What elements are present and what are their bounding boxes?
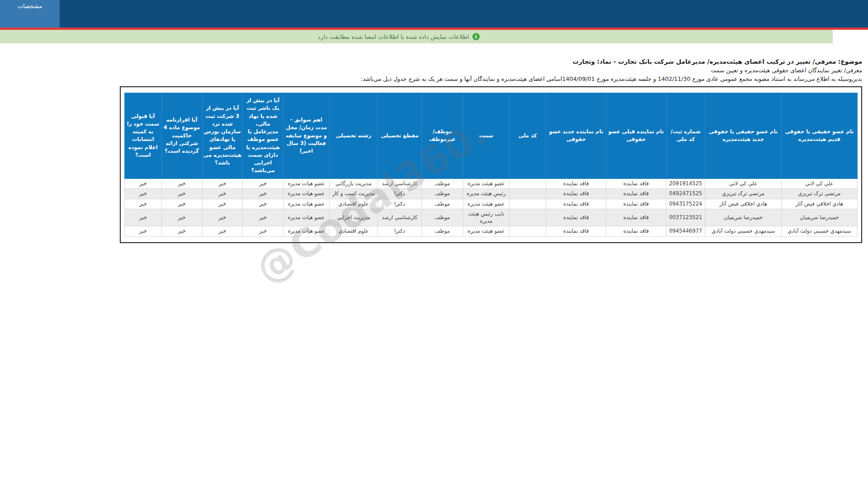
table-cell: فاقد نماینده xyxy=(546,226,606,237)
table-cell: خیر xyxy=(202,178,243,189)
table-cell: دکترا xyxy=(378,226,422,237)
top-navigation-bar: مشخصات xyxy=(0,0,868,28)
table-cell: خیر xyxy=(243,199,283,209)
table-cell xyxy=(509,178,546,189)
table-cell: مرتضي ترک تبریزي xyxy=(705,189,781,199)
board-members-table: نام عضو حقیقی یا حقوقی قدیم هیئت‌مدیرهنا… xyxy=(124,93,858,237)
table-cell: عضو هیات مدیره xyxy=(283,189,330,199)
column-header-8: مقطع تحصیلی xyxy=(378,93,422,179)
report-subject: موضوع: معرفی/ تغییر در ترکیب اعضای هیئت‌… xyxy=(120,58,862,65)
column-header-7: موظف/ غیرموظف xyxy=(422,93,463,179)
board-members-table-frame: نام عضو حقیقی یا حقوقی قدیم هیئت‌مدیرهنا… xyxy=(120,86,862,243)
table-cell: موظف xyxy=(422,209,463,226)
column-header-5: کد ملی xyxy=(509,93,546,179)
table-cell: خیر xyxy=(243,209,283,226)
column-header-1: نام عضو حقیقی یا حقوقی جدید هیئت‌مدیره xyxy=(705,93,781,179)
table-cell: خیر xyxy=(202,199,243,209)
table-cell: علوم اقتصادي xyxy=(330,199,378,209)
table-cell: مدیریت بازرگاني xyxy=(330,178,378,189)
table-cell: 0945446977 xyxy=(666,226,705,237)
table-cell: موظف xyxy=(422,199,463,209)
report-description: بدین‌وسیله به اطلاع می‌رساند به استناد م… xyxy=(120,75,862,82)
tab-specifications-label: مشخصات xyxy=(18,3,42,9)
table-cell: سیدمهدي حسیني دولت آبادي xyxy=(705,226,781,237)
column-header-10: اهم سوابق - مدت زمان/ محل و موضوع سابقه … xyxy=(283,93,330,179)
table-cell: خیر xyxy=(202,209,243,226)
table-body: علي کي لانيعلي کي لاني2091914525فاقد نما… xyxy=(125,178,858,236)
column-header-14: آیا قبولی سمت خود را به کمیته انتصابات ا… xyxy=(125,93,162,179)
table-cell: موظف xyxy=(422,226,463,237)
signed-info-notice-bar: i اطلاعات نمایش داده شده با اطلاعات امضا… xyxy=(0,30,833,43)
table-cell: فاقد نماینده xyxy=(546,199,606,209)
table-cell: دکترا xyxy=(378,199,422,209)
column-header-13: آیا اقرارنامه موضوع ماده 4 حاکمیت شرکتی … xyxy=(161,93,202,179)
table-cell: خیر xyxy=(161,226,202,237)
table-cell: فاقد نماینده xyxy=(606,226,666,237)
table-cell: هادي اخلاقي فیض آثار xyxy=(705,199,781,209)
table-cell: مدیریت کسب و کار xyxy=(330,189,378,199)
table-cell: خیر xyxy=(125,189,162,199)
column-header-9: رشته تحصیلی xyxy=(330,93,378,179)
table-row: هادي اخلاقي فیض آثارهادي اخلاقي فیض آثار… xyxy=(125,199,858,209)
table-cell: حمیدرضا شریفیان xyxy=(781,209,857,226)
table-cell: کارشناسي ارشد xyxy=(378,209,422,226)
report-subtitle: معرفی/ تغییر نمایندگان اعضای حقوقی هیئت‌… xyxy=(120,67,862,74)
table-row: سیدمهدي حسیني دولت آباديسیدمهدي حسیني دو… xyxy=(125,226,858,237)
info-icon: i xyxy=(472,33,480,40)
table-cell xyxy=(509,199,546,209)
table-cell: مرتضي ترک تبریزي xyxy=(781,189,857,199)
report-titles: موضوع: معرفی/ تغییر در ترکیب اعضای هیئت‌… xyxy=(120,43,862,82)
column-header-6: سمت xyxy=(463,93,509,179)
table-cell: مدیریت اجرایي xyxy=(330,209,378,226)
table-cell: عضو هیات مدیره xyxy=(283,209,330,226)
column-header-12: آیا در بیش از 3 شرکت ثبت شده نزد سازمان … xyxy=(202,93,243,179)
table-cell: خیر xyxy=(243,189,283,199)
table-cell: هادي اخلاقي فیض آثار xyxy=(781,199,857,209)
table-cell: نایب رئیس هیئت مدیره xyxy=(463,209,509,226)
table-cell: خیر xyxy=(125,199,162,209)
signed-info-notice-text: اطلاعات نمایش داده شده با اطلاعات امضا ش… xyxy=(318,33,469,40)
table-cell: رئیس هیئت مدیره xyxy=(463,189,509,199)
table-cell: 0943175224 xyxy=(666,199,705,209)
table-cell xyxy=(509,189,546,199)
table-row: علي کي لانيعلي کي لاني2091914525فاقد نما… xyxy=(125,178,858,189)
column-header-3: نام نماینده قبلی عضو حقوقی xyxy=(606,93,666,179)
table-cell xyxy=(509,209,546,226)
table-cell: خیر xyxy=(161,189,202,199)
table-cell: فاقد نماینده xyxy=(546,178,606,189)
column-header-2: شماره ثبت/ کد ملی xyxy=(666,93,705,179)
table-row: حمیدرضا شریفیانحمیدرضا شریفیان0037123521… xyxy=(125,209,858,226)
table-cell: خیر xyxy=(243,226,283,237)
table-cell: موظف xyxy=(422,189,463,199)
table-cell xyxy=(509,226,546,237)
table-header-row: نام عضو حقیقی یا حقوقی قدیم هیئت‌مدیرهنا… xyxy=(125,93,858,179)
table-cell: عضو هیات مدیره xyxy=(283,226,330,237)
column-header-11: آیا در بیش از یک ناشر ثبت شده یا نهاد ما… xyxy=(243,93,283,179)
table-cell: فاقد نماینده xyxy=(546,189,606,199)
table-cell: کارشناسي ارشد xyxy=(378,178,422,189)
table-cell: خیر xyxy=(243,178,283,189)
table-cell: عضو هیئت مدیره xyxy=(463,178,509,189)
table-cell: 0037123521 xyxy=(666,209,705,226)
table-cell: خیر xyxy=(202,226,243,237)
page: مشخصات i اطلاعات نمایش داده شده با اطلاع… xyxy=(0,0,868,488)
table-cell: 0492471525 xyxy=(666,189,705,199)
table-cell: خیر xyxy=(125,209,162,226)
table-cell: خیر xyxy=(125,226,162,237)
column-header-4: نام نماینده جدید عضو حقوقی xyxy=(546,93,606,179)
table-cell: عضو هیئت مدیره xyxy=(463,226,509,237)
table-cell: خیر xyxy=(161,199,202,209)
table-cell: خیر xyxy=(161,178,202,189)
table-cell: علي کي لاني xyxy=(705,178,781,189)
table-cell: خیر xyxy=(161,209,202,226)
table-cell: حمیدرضا شریفیان xyxy=(705,209,781,226)
tab-specifications[interactable]: مشخصات xyxy=(0,0,60,28)
table-head: نام عضو حقیقی یا حقوقی قدیم هیئت‌مدیرهنا… xyxy=(125,93,858,179)
table-cell: فاقد نماینده xyxy=(546,209,606,226)
table-cell: موظف xyxy=(422,178,463,189)
table-row: مرتضي ترک تبریزيمرتضي ترک تبریزي04924715… xyxy=(125,189,858,199)
table-cell: علوم اقتصادي xyxy=(330,226,378,237)
report-content: موضوع: معرفی/ تغییر در ترکیب اعضای هیئت‌… xyxy=(120,43,862,243)
table-cell: فاقد نماینده xyxy=(606,199,666,209)
table-cell: سیدمهدي حسیني دولت آبادي xyxy=(781,226,857,237)
